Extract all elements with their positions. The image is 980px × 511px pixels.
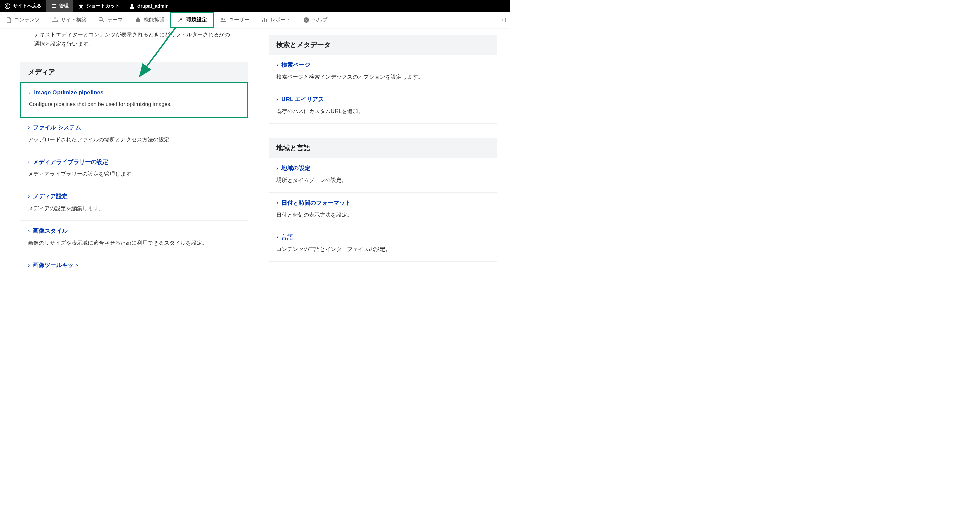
link-image-styles[interactable]: 画像スタイル xyxy=(33,227,68,235)
link-media-library-settings[interactable]: メディアライブラリーの設定 xyxy=(33,158,108,166)
back-to-site-label: サイトへ戻る xyxy=(13,3,41,9)
config-item-languages: › 言語 コンテンツの言語とインターフェイスの設定。 xyxy=(269,227,497,262)
svg-rect-10 xyxy=(264,18,266,22)
media-section-header: メディア xyxy=(21,62,248,82)
left-column: テキストエディターとコンテンツが表示されるときにどうフィルターされるかの選択と設… xyxy=(0,28,255,268)
regional-language-header: 地域と言語 xyxy=(269,138,497,158)
regional-settings-desc: 場所とタイムゾーンの設定。 xyxy=(276,176,489,185)
page-content: テキストエディターとコンテンツが表示されるときにどうフィルターされるかの選択と設… xyxy=(0,28,511,268)
file-icon xyxy=(6,17,11,23)
tab-people-label: ユーザー xyxy=(229,17,250,23)
svg-rect-14 xyxy=(505,18,506,22)
search-pages-desc: 検索ページと検索インデックスのオプションを設定します。 xyxy=(276,72,489,81)
search-metadata-section: 検索とメタデータ › 検索ページ 検索ページと検索インデックスのオプションを設定… xyxy=(269,35,497,124)
puzzle-icon xyxy=(135,17,141,23)
tab-help-label: ヘルプ xyxy=(312,17,327,23)
media-section: メディア › Image Optimize pipelines Configur… xyxy=(21,62,248,268)
config-item-search-pages: › 検索ページ 検索ページと検索インデックスのオプションを設定します。 xyxy=(269,55,497,89)
paintbrush-icon xyxy=(99,17,105,23)
toolbar-orientation-toggle[interactable] xyxy=(497,12,511,27)
filter-format-desc: テキストエディターとコンテンツが表示されるときにどうフィルターされるかの選択と設… xyxy=(21,28,248,55)
config-item-media-library: › メディアライブラリーの設定 メディアライブラリーの設定を管理します。 xyxy=(21,152,248,186)
chevron-right-icon: › xyxy=(276,200,278,206)
tab-appearance[interactable]: テーマ xyxy=(92,12,129,27)
media-settings-desc: メディアの設定を編集します。 xyxy=(28,204,241,213)
svg-point-8 xyxy=(224,18,225,20)
chevron-right-icon: › xyxy=(276,165,278,171)
username-label: drupal_admin xyxy=(137,3,169,9)
config-item-url-aliases: › URL エイリアス 既存のパスにカスタムURLを追加。 xyxy=(269,89,497,124)
chart-icon xyxy=(262,17,268,23)
link-languages[interactable]: 言語 xyxy=(282,233,293,241)
media-library-desc: メディアライブラリーの設定を管理します。 xyxy=(28,169,241,179)
config-item-regional-settings: › 地域の設定 場所とタイムゾーンの設定。 xyxy=(269,158,497,192)
svg-point-1 xyxy=(131,4,133,6)
shortcuts-label: ショートカット xyxy=(86,3,120,9)
right-column: 検索とメタデータ › 検索ページ 検索ページと検索インデックスのオプションを設定… xyxy=(269,28,511,268)
regional-language-section: 地域と言語 › 地域の設定 場所とタイムゾーンの設定。 › 日付と時間のフォーマ… xyxy=(269,138,497,268)
image-optimize-desc: Configure pipelines that can be used for… xyxy=(29,99,240,109)
tab-people[interactable]: ユーザー xyxy=(214,12,256,27)
tab-configuration[interactable]: 環境設定 xyxy=(170,12,214,27)
manage-tab[interactable]: 管理 xyxy=(46,0,73,12)
url-aliases-desc: 既存のパスにカスタムURLを追加。 xyxy=(276,107,489,116)
link-regional-settings[interactable]: 地域の設定 xyxy=(282,164,310,172)
tab-structure[interactable]: サイト構築 xyxy=(46,12,92,27)
chevron-right-icon: › xyxy=(28,159,30,165)
chevron-right-icon: › xyxy=(276,96,278,102)
link-file-system[interactable]: ファイル システム xyxy=(33,124,81,131)
config-item-image-toolkit: › 画像ツールキット 任意のツールキットをインストールした場合、利用する画像ツー… xyxy=(21,255,248,268)
svg-point-3 xyxy=(52,21,54,22)
admin-topbar: サイトへ戻る 管理 ショートカット drupal_admin xyxy=(0,0,511,12)
user-menu[interactable]: drupal_admin xyxy=(124,0,173,12)
link-media-settings[interactable]: メディア設定 xyxy=(33,192,68,200)
link-date-time-formats[interactable]: 日付と時間のフォーマット xyxy=(282,199,351,207)
chevron-right-icon: › xyxy=(28,228,30,234)
link-image-toolkit[interactable]: 画像ツールキット xyxy=(33,261,79,268)
help-icon: ? xyxy=(303,17,309,23)
svg-point-4 xyxy=(54,21,56,22)
date-time-formats-desc: 日付と時刻の表示方法を設定。 xyxy=(276,210,489,219)
svg-point-0 xyxy=(5,4,10,8)
tab-help[interactable]: ? ヘルプ xyxy=(297,12,334,27)
tab-extend-label: 機能拡張 xyxy=(144,17,164,23)
chevron-right-icon: › xyxy=(276,62,278,68)
chevron-right-icon: › xyxy=(29,89,30,96)
config-item-file-system: › ファイル システム アップロードされたファイルの場所とアクセス方法の設定。 xyxy=(21,118,248,152)
config-item-content-language: › コンテンツの言語 コンテンツへの言語サポートを構成します。 xyxy=(269,262,497,268)
tab-reports[interactable]: レポート xyxy=(256,12,297,27)
tab-extend[interactable]: 機能拡張 xyxy=(129,12,170,27)
link-url-aliases[interactable]: URL エイリアス xyxy=(282,96,324,103)
tab-content[interactable]: コンテンツ xyxy=(0,12,46,27)
shortcuts-tab[interactable]: ショートカット xyxy=(73,0,124,12)
tab-structure-label: サイト構築 xyxy=(61,17,86,23)
link-search-pages[interactable]: 検索ページ xyxy=(282,61,310,69)
chevron-right-icon: › xyxy=(28,125,30,131)
search-metadata-header: 検索とメタデータ xyxy=(269,35,497,55)
svg-point-2 xyxy=(54,18,56,19)
svg-point-5 xyxy=(56,21,58,22)
manage-label: 管理 xyxy=(59,3,69,9)
svg-rect-11 xyxy=(266,19,267,22)
back-to-site-link[interactable]: サイトへ戻る xyxy=(0,0,46,12)
tab-configuration-label: 環境設定 xyxy=(186,17,207,23)
hamburger-icon xyxy=(51,3,56,9)
structure-icon xyxy=(52,17,58,23)
tab-content-label: コンテンツ xyxy=(14,17,40,23)
file-system-desc: アップロードされたファイルの場所とアクセス方法の設定。 xyxy=(28,135,241,144)
tab-appearance-label: テーマ xyxy=(108,17,123,23)
svg-point-6 xyxy=(99,18,102,21)
user-icon xyxy=(129,3,135,9)
image-styles-desc: 画像のリサイズや表示域に適合させるために利用できるスタイルを設定。 xyxy=(28,238,241,248)
people-icon xyxy=(220,17,226,23)
link-content-language[interactable]: コンテンツの言語 xyxy=(282,268,328,268)
config-item-date-time-formats: › 日付と時間のフォーマット 日付と時刻の表示方法を設定。 xyxy=(269,193,497,227)
tray-toggle-icon xyxy=(501,18,506,23)
wrench-icon xyxy=(178,17,184,23)
chevron-right-icon: › xyxy=(28,262,30,268)
star-icon xyxy=(78,3,84,9)
link-image-optimize-pipelines[interactable]: Image Optimize pipelines xyxy=(34,89,103,96)
languages-desc: コンテンツの言語とインターフェイスの設定。 xyxy=(276,244,489,254)
tab-reports-label: レポート xyxy=(270,17,291,23)
chevron-right-icon: › xyxy=(276,234,278,240)
